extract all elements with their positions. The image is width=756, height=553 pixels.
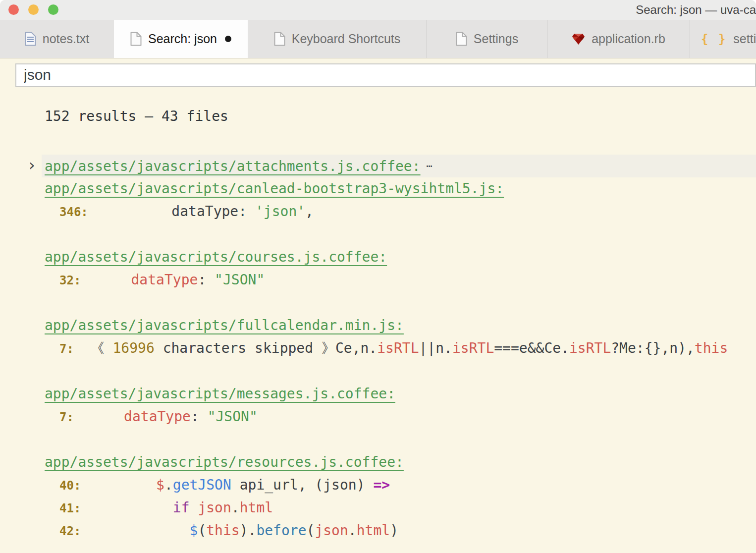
match-line[interactable]: 41: if json.html (0, 497, 756, 519)
document-icon (130, 32, 142, 46)
code-token: dataType (124, 408, 191, 425)
window-controls (8, 4, 58, 15)
code-token: "JSON" (215, 272, 265, 288)
tab-search-json[interactable]: Search: json (114, 20, 248, 58)
code-token: "JSON" (208, 408, 258, 425)
result-group: app/assets/javascripts/courses.js.coffee… (0, 246, 756, 291)
code-token: 《 (74, 340, 113, 356)
code-token: getJSON (173, 477, 231, 493)
code-token: $ (190, 522, 198, 539)
code-token: if (173, 499, 190, 516)
file-link[interactable]: app/assets/javascripts/courses.js.coffee… (45, 249, 387, 265)
tab-application-rb[interactable]: application.rb (547, 20, 690, 58)
tab-label: Search: json (148, 32, 217, 46)
code-token: . (348, 522, 357, 539)
code-token: dataType: (88, 203, 255, 220)
code-token: 'json' (255, 203, 305, 220)
minimize-button[interactable] (28, 4, 39, 15)
code-token: $ (156, 477, 164, 493)
code-token (81, 272, 131, 288)
zoom-button[interactable] (48, 4, 58, 15)
match-line[interactable]: 32: dataType: "JSON" (0, 269, 756, 291)
line-number: 7: (59, 410, 74, 424)
file-row: app/assets/javascripts/fullcalendar.min.… (0, 314, 756, 337)
code-token: json (315, 522, 348, 539)
tab-settin[interactable]: { }settin (690, 20, 756, 58)
line-number: 42: (59, 524, 81, 538)
modified-dot (225, 36, 231, 42)
file-row: app/assets/javascripts/messages.js.coffe… (0, 383, 756, 405)
result-group: ›app/assets/javascripts/attachments.js.c… (0, 155, 756, 177)
file-row: app/assets/javascripts/courses.js.coffee… (0, 246, 756, 269)
code-token: . (164, 477, 173, 493)
code-token: => (373, 477, 390, 493)
match-line[interactable]: 42: $(this).before(json.html) (0, 519, 756, 542)
results-summary: 152 results — 43 files (45, 108, 228, 124)
close-button[interactable] (8, 4, 19, 15)
search-input[interactable] (15, 63, 756, 87)
chevron-right-icon[interactable]: › (29, 155, 35, 176)
document-icon (456, 32, 467, 46)
code-token: ( (198, 522, 206, 539)
code-token: this (206, 522, 239, 539)
code-token: isRTL (452, 340, 494, 356)
code-token: 16996 (112, 340, 154, 356)
tab-keyboard-shortcuts[interactable]: Keyboard Shortcuts (248, 20, 427, 58)
result-group: app/assets/javascripts/messages.js.coffe… (0, 383, 756, 428)
code-token: dataType (131, 272, 198, 288)
result-group: app/assets/javascripts/canlead-bootstrap… (0, 177, 756, 223)
file-link[interactable]: app/assets/javascripts/attachments.js.co… (45, 158, 421, 174)
tab-label: Keyboard Shortcuts (292, 32, 401, 46)
match-line[interactable]: 346: dataType: 'json', (0, 200, 756, 223)
code-token: ). (240, 522, 257, 539)
file-row: app/assets/javascripts/canlead-bootstrap… (0, 177, 756, 200)
window-title: Search: json — uva-ca (636, 3, 756, 17)
code-token: ?Me:{},n), (611, 340, 695, 356)
file-link[interactable]: app/assets/javascripts/fullcalendar.min.… (45, 317, 404, 333)
code-token: ) (390, 522, 398, 539)
code-token: before (256, 522, 306, 539)
tab-notes-txt[interactable]: notes.txt (0, 20, 114, 58)
code-token: html (240, 499, 273, 516)
tab-settings[interactable]: Settings (427, 20, 547, 58)
match-line[interactable]: 40: $.getJSON api_url, (json) => (0, 474, 756, 497)
code-token: html (357, 522, 390, 539)
code-token (74, 408, 124, 425)
tab-label: application.rb (592, 32, 665, 46)
document-icon (274, 32, 285, 46)
ruby-icon (572, 33, 585, 45)
code-token (190, 499, 198, 516)
code-token: this (695, 340, 728, 356)
file-link[interactable]: app/assets/javascripts/messages.js.coffe… (45, 386, 395, 402)
line-number: 346: (59, 205, 88, 219)
code-token (81, 477, 156, 493)
collapsed-matches-ellipsis[interactable]: ⋯ (427, 160, 433, 172)
code-token: isRTL (569, 340, 611, 356)
code-token: characters skipped 》Ce,n. (155, 340, 377, 356)
match-line[interactable]: 7: 《 16996 characters skipped 》Ce,n.isRT… (0, 337, 756, 360)
code-token: ===e&&Ce. (494, 340, 569, 356)
line-number: 41: (59, 501, 81, 515)
title-bar: Search: json — uva-ca (0, 0, 756, 20)
code-token: : (198, 272, 215, 288)
results-list: ›app/assets/javascripts/attachments.js.c… (0, 155, 756, 553)
file-row: app/assets/javascripts/resources.js.coff… (0, 451, 756, 474)
tab-label: settin (733, 32, 756, 46)
code-token (81, 499, 172, 516)
code-token: json (198, 499, 231, 516)
app-window: Search: json — uva-ca notes.txtSearch: j… (0, 0, 756, 553)
line-number: 40: (59, 479, 81, 493)
code-token: ||n. (419, 340, 452, 356)
tab-bar: notes.txtSearch: jsonKeyboard ShortcutsS… (0, 20, 756, 58)
code-token: : (191, 408, 208, 425)
braces-icon: { } (701, 32, 727, 46)
file-link[interactable]: app/assets/javascripts/resources.js.coff… (45, 454, 404, 470)
code-token: , (305, 203, 314, 220)
line-number: 7: (59, 342, 74, 356)
code-token: . (231, 499, 240, 516)
tab-label: Settings (474, 32, 518, 46)
match-line[interactable]: 7: dataType: "JSON" (0, 405, 756, 428)
document-lines-icon (25, 32, 36, 46)
file-link[interactable]: app/assets/javascripts/canlead-bootstrap… (45, 180, 504, 197)
result-group: app/assets/javascripts/fullcalendar.min.… (0, 314, 756, 360)
